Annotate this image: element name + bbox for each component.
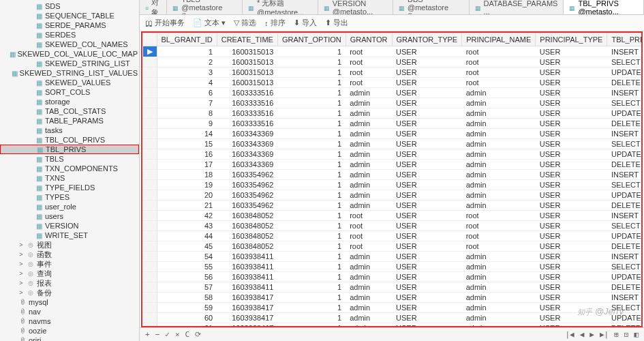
cell[interactable]: admin [462, 108, 536, 119]
cell[interactable]: USER [536, 231, 607, 241]
cell[interactable]: USER [392, 252, 462, 262]
cell[interactable]: admin [462, 282, 536, 293]
tree-item--[interactable]: >报表 [0, 278, 139, 288]
cell[interactable]: 1603333516 [217, 119, 277, 129]
cell[interactable]: admin [462, 88, 536, 98]
tree-item-mysql[interactable]: mysql [0, 297, 139, 307]
cell[interactable]: USER [392, 190, 462, 201]
cell[interactable]: root [346, 78, 392, 88]
text-button[interactable]: 📄 文本 ▾ [193, 18, 226, 28]
table-row[interactable]: 5916039384171adminUSERadminUSERSELECT124… [143, 303, 643, 313]
cell[interactable]: USER [536, 323, 607, 328]
cell[interactable]: admin [346, 262, 392, 272]
cell[interactable]: root [462, 57, 536, 68]
cell[interactable]: 54 [157, 252, 217, 262]
tree-item-tbls[interactable]: TBLS [0, 154, 139, 164]
tree-item-txn-components[interactable]: TXN_COMPONENTS [0, 164, 139, 173]
cell[interactable]: DELETE [607, 201, 643, 211]
cell[interactable]: SELECT [607, 139, 643, 149]
cell[interactable]: 1 [277, 272, 346, 282]
tree-item-skewed-string-list[interactable]: SKEWED_STRING_LIST [0, 59, 139, 68]
table-row[interactable]: 4316038480521rootUSERrootUSERSELECT12151 [143, 221, 643, 231]
column-header[interactable]: PRINCIPAL_TYPE [536, 33, 607, 46]
table-row[interactable]: 1816033549621adminUSERadminUSERINSERT105… [143, 170, 643, 180]
cell[interactable]: 1 [277, 98, 346, 108]
cell[interactable]: 43 [157, 221, 217, 231]
cell[interactable]: admin [462, 180, 536, 190]
cell[interactable]: USER [392, 323, 462, 328]
tab[interactable]: TBLS @metastore (h... [167, 0, 243, 14]
nav-button[interactable]: C [185, 330, 190, 339]
cell[interactable]: root [462, 78, 536, 88]
tree-item-serdes[interactable]: SERDES [0, 30, 139, 40]
nav-button[interactable]: ⊡ [624, 330, 629, 339]
cell[interactable]: 1 [277, 88, 346, 98]
cell[interactable]: 1 [277, 180, 346, 190]
cell[interactable]: INSERT [607, 170, 643, 180]
tree-item-write-set[interactable]: WRITE_SET [0, 231, 139, 240]
tree-item--[interactable]: >事件 [0, 259, 139, 269]
cell[interactable]: USER [536, 221, 607, 231]
cell[interactable]: USER [536, 119, 607, 129]
tree-item-txns[interactable]: TXNS [0, 173, 139, 183]
cell[interactable]: 1603343369 [217, 149, 277, 160]
nav-button[interactable]: |◀ [565, 330, 574, 339]
tree-item-version[interactable]: VERSION [0, 221, 139, 231]
table-row[interactable]: 5516039384111adminUSERadminUSERSELECT124… [143, 262, 643, 272]
cell[interactable]: 1 [277, 303, 346, 313]
cell[interactable]: root [346, 231, 392, 241]
cell[interactable]: admin [346, 180, 392, 190]
tree-item-navms[interactable]: navms [0, 316, 139, 326]
cell[interactable]: 1603354962 [217, 180, 277, 190]
cell[interactable]: UPDATE [607, 68, 643, 78]
table-row[interactable]: 5816039384171adminUSERadminUSERINSERT124… [143, 293, 643, 303]
cell[interactable]: admin [462, 170, 536, 180]
table-row[interactable]: 916033335161adminUSERadminUSERDELETE1044… [143, 119, 643, 129]
cell[interactable]: 1603354962 [217, 201, 277, 211]
tree-item-types[interactable]: TYPES [0, 192, 139, 202]
table-row[interactable]: 4416038480521rootUSERrootUSERUPDATE12151 [143, 231, 643, 241]
cell[interactable]: USER [392, 170, 462, 180]
cell[interactable]: SELECT [607, 57, 643, 68]
cell[interactable]: admin [462, 313, 536, 323]
cell[interactable]: root [346, 211, 392, 221]
cell[interactable]: USER [536, 149, 607, 160]
column-header[interactable]: TBL_PRIV [607, 33, 643, 46]
tree-item-skewed-col-names[interactable]: SKEWED_COL_NAMES [0, 40, 139, 49]
cell[interactable]: USER [536, 108, 607, 119]
table-row[interactable]: ▶116003150131rootUSERrootUSERINSERT4331 [143, 46, 643, 57]
table-row[interactable]: 2016033549621adminUSERadminUSERUPDATE105… [143, 190, 643, 201]
cell[interactable]: 1603354962 [217, 190, 277, 201]
cell[interactable]: admin [462, 119, 536, 129]
cell[interactable]: 44 [157, 231, 217, 241]
cell[interactable]: 55 [157, 262, 217, 272]
cell[interactable]: admin [346, 252, 392, 262]
filter-button[interactable]: ▽ 筛选 [234, 18, 256, 28]
cell[interactable]: USER [392, 98, 462, 108]
cell[interactable]: 1 [277, 139, 346, 149]
cell[interactable]: 1603343369 [217, 139, 277, 149]
cell[interactable]: admin [462, 160, 536, 170]
cell[interactable]: UPDATE [607, 190, 643, 201]
cell[interactable]: DELETE [607, 160, 643, 170]
tree-item-nav[interactable]: nav [0, 307, 139, 316]
cell[interactable]: USER [392, 241, 462, 252]
cell[interactable]: USER [536, 88, 607, 98]
tree-item-sort-cols[interactable]: SORT_COLS [0, 87, 139, 97]
cell[interactable]: USER [536, 211, 607, 221]
column-header[interactable]: PRINCIPAL_NAME [462, 33, 536, 46]
cell[interactable]: 1603938411 [217, 282, 277, 293]
tree-item-oriri[interactable]: oriri [0, 336, 139, 341]
cell[interactable]: USER [392, 293, 462, 303]
table-row[interactable]: 1416033433691adminUSERadminUSERINSERT104… [143, 129, 643, 139]
table-row[interactable]: 5416039384111adminUSERadminUSERINSERT124… [143, 252, 643, 262]
tree-item-skewed-string-list-values[interactable]: SKEWED_STRING_LIST_VALUES [0, 68, 139, 78]
tree-item-serde-params[interactable]: SERDE_PARAMS [0, 20, 139, 30]
table-row[interactable]: 1716033433691adminUSERadminUSERDELETE104… [143, 160, 643, 170]
table-row[interactable]: 6016039384171adminUSERadminUSERUPDATE124… [143, 313, 643, 323]
tab[interactable]: * 无标题 @metastore... [243, 0, 318, 14]
cell[interactable]: root [346, 221, 392, 231]
cell[interactable]: 57 [157, 282, 217, 293]
cell[interactable]: admin [346, 190, 392, 201]
cell[interactable]: DELETE [607, 119, 643, 129]
